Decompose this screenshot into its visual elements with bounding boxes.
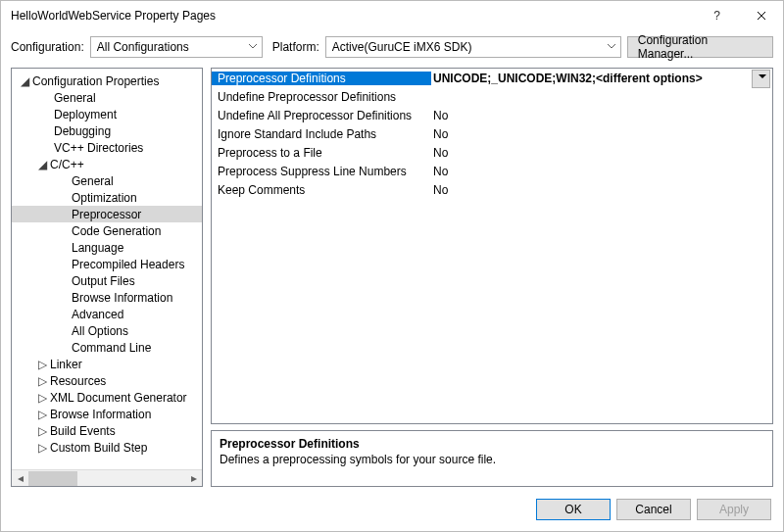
cancel-button[interactable]: Cancel [616,499,691,520]
platform-value: Active(GuruCE iMX6 SDK) [332,40,472,54]
tree-item-cc-browse[interactable]: Browse Information [12,289,202,306]
grid-val[interactable]: No [431,183,772,197]
grid-prop: Preprocessor Definitions [212,72,431,85]
property-grid[interactable]: Preprocessor Definitions UNICODE;_UNICOD… [211,68,773,424]
tree-item-cc-alloptions[interactable]: All Options [12,322,202,339]
tree-item-cc[interactable]: ◢C/C++ [12,156,202,172]
close-icon [757,11,766,21]
grid-row-preprocess-to-file[interactable]: Preprocess to a File No [212,143,772,162]
tree-item-cc-advanced[interactable]: Advanced [12,306,202,322]
expand-icon[interactable]: ▷ [35,358,49,371]
scroll-left-icon[interactable]: ◂ [12,470,28,487]
tree-item-linker[interactable]: ▷Linker [12,356,202,372]
titlebar: HelloWorldWebService Property Pages ? [1,1,783,30]
configuration-manager-label: Configuration Manager... [638,33,762,61]
grid-val[interactable]: No [431,109,772,122]
grid-val[interactable]: No [431,146,772,160]
expand-icon[interactable]: ▷ [35,441,49,455]
configuration-combo[interactable]: All Configurations [90,36,263,58]
tree-item-custombuild[interactable]: ▷Custom Build Step [12,439,202,456]
tree-item-deployment[interactable]: Deployment [12,106,202,122]
tree-item-cc-language[interactable]: Language [12,239,202,256]
platform-combo[interactable]: Active(GuruCE iMX6 SDK) [325,36,621,58]
expand-icon[interactable]: ▷ [35,391,49,405]
tree-root[interactable]: ◢Configuration Properties [12,73,202,89]
grid-row-undefine-all[interactable]: Undefine All Preprocessor Definitions No [212,106,772,124]
collapse-icon[interactable]: ◢ [35,158,49,171]
configuration-manager-button[interactable]: Configuration Manager... [627,36,773,58]
right-panel: Preprocessor Definitions UNICODE;_UNICOD… [211,68,773,487]
close-button[interactable] [739,1,783,30]
platform-label: Platform: [272,40,319,54]
configuration-value: All Configurations [97,40,189,54]
grid-row-preprocessor-definitions[interactable]: Preprocessor Definitions UNICODE;_UNICOD… [212,69,772,87]
tree-item-cc-preprocessor[interactable]: Preprocessor [12,206,202,222]
tree-item-resources[interactable]: ▷Resources [12,372,202,389]
scroll-thumb[interactable] [28,471,77,486]
window-title: HelloWorldWebService Property Pages [11,9,695,23]
grid-prop: Ignore Standard Include Paths [212,127,431,141]
grid-val[interactable]: UNICODE;_UNICODE;WIN32;<different option… [431,72,772,85]
tree-horizontal-scrollbar[interactable]: ◂ ▸ [12,469,202,486]
tree-item-vcdirs[interactable]: VC++ Directories [12,139,202,156]
chevron-down-icon [248,41,258,51]
grid-prop: Undefine All Preprocessor Definitions [212,109,431,122]
grid-prop: Preprocess Suppress Line Numbers [212,165,431,178]
tree[interactable]: ◢Configuration Properties General Deploy… [12,69,202,469]
description-text: Defines a preprocessing symbols for your… [220,453,764,466]
tree-item-buildevents[interactable]: ▷Build Events [12,422,202,439]
tree-item-cc-cmdline[interactable]: Command Line [12,339,202,356]
description-heading: Preprocessor Definitions [220,437,764,451]
help-button[interactable]: ? [695,1,739,30]
tree-item-cc-codegen[interactable]: Code Generation [12,222,202,239]
tree-item-cc-output[interactable]: Output Files [12,272,202,289]
apply-button[interactable]: Apply [697,499,771,520]
grid-row-undefine-defs[interactable]: Undefine Preprocessor Definitions [212,87,772,106]
tree-item-debugging[interactable]: Debugging [12,122,202,139]
grid-prop: Keep Comments [212,183,431,197]
main-area: ◢Configuration Properties General Deploy… [1,68,783,493]
tree-item-cc-pch[interactable]: Precompiled Headers [12,256,202,272]
tree-item-cc-optimization[interactable]: Optimization [12,189,202,206]
grid-val[interactable]: No [431,127,772,141]
tree-item-cc-general[interactable]: General [12,172,202,189]
tree-item-xmldoc[interactable]: ▷XML Document Generator [12,389,202,406]
expand-icon[interactable]: ▷ [35,374,49,388]
ok-button[interactable]: OK [536,499,611,520]
scroll-right-icon[interactable]: ▸ [185,470,202,487]
expand-icon[interactable]: ▷ [35,424,49,438]
toolbar: Configuration: All Configurations Platfo… [1,30,783,68]
description-panel: Preprocessor Definitions Defines a prepr… [211,430,773,487]
tree-item-browseinfo[interactable]: ▷Browse Information [12,406,202,422]
collapse-icon[interactable]: ◢ [18,74,31,88]
grid-row-keep-comments[interactable]: Keep Comments No [212,180,772,199]
chevron-down-icon [607,41,616,51]
configuration-label: Configuration: [11,40,84,54]
grid-prop: Preprocess to a File [212,146,431,160]
expand-icon[interactable]: ▷ [35,408,49,421]
tree-panel: ◢Configuration Properties General Deploy… [11,68,203,487]
dropdown-icon[interactable] [759,74,766,78]
tree-item-general[interactable]: General [12,89,202,106]
grid-prop: Undefine Preprocessor Definitions [212,90,431,104]
grid-row-suppress-linenums[interactable]: Preprocess Suppress Line Numbers No [212,162,772,180]
grid-val[interactable]: No [431,165,772,178]
grid-row-ignore-std-include[interactable]: Ignore Standard Include Paths No [212,124,772,143]
footer: OK Cancel Apply [1,493,783,520]
